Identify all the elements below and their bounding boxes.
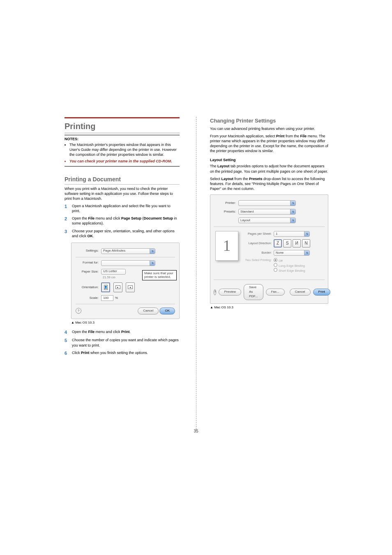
cancel-button[interactable]: Cancel <box>290 289 311 296</box>
z-icon: Z <box>277 240 279 246</box>
chevron-updown-icon: ⇅ <box>304 250 309 255</box>
orientation-landscape-left-button[interactable]: ▸ <box>113 282 122 292</box>
step-2: 2Open the File menu and click Page Setup… <box>65 216 180 226</box>
page-number: 35 <box>0 428 392 434</box>
heading-printing: Printing <box>65 117 180 133</box>
layout-dir-4[interactable]: N <box>302 239 310 247</box>
help-button[interactable]: ? <box>214 289 216 295</box>
settings-select[interactable]: Page Attributes⇅ <box>101 248 155 254</box>
help-button[interactable]: ? <box>76 308 81 314</box>
step-6: 6Click Print when you finish setting the… <box>65 350 180 356</box>
scale-input[interactable]: 100 <box>101 295 113 301</box>
section-select[interactable]: Layout⇅ <box>238 217 296 223</box>
callout-printer-selected: Make sure that your printer is selected. <box>142 270 177 280</box>
pps-label: Pages per Sheet: <box>242 232 274 236</box>
figure-caption: ▲ Mac OS 10.3 <box>210 305 328 310</box>
layout-dir-2[interactable]: S <box>283 239 291 247</box>
orientation-label: Orientation: <box>71 285 101 290</box>
notes-label: NOTES: <box>65 137 78 141</box>
layout-dir-3[interactable]: И <box>293 239 301 247</box>
n-flip-icon: N <box>304 240 307 246</box>
n-icon: И <box>295 240 298 246</box>
border-label: Border: <box>242 251 274 255</box>
heading-layout-setting: Layout Setting <box>210 157 328 162</box>
orientation-landscape-right-button[interactable]: ◂ <box>126 282 135 292</box>
person-portrait-icon: 👤 <box>104 285 108 290</box>
heading-changing-printer-settings: Changing Printer Settings <box>210 117 328 125</box>
preview-button[interactable]: Preview <box>219 289 241 296</box>
left-column: Printing NOTES: The Macintosh printer's … <box>65 117 180 555</box>
step-4: 4Open the File menu and click Print. <box>65 329 180 335</box>
printer-select[interactable]: ⇅ <box>238 200 296 206</box>
note-item: The Macintosh printer's properties windo… <box>69 142 180 157</box>
tsp-long-radio[interactable] <box>274 263 277 267</box>
right-column: Changing Printer Settings You can use ad… <box>210 117 328 555</box>
border-select[interactable]: None⇅ <box>274 250 310 256</box>
step-3: 3Choose your paper size, orientation, sc… <box>65 229 180 238</box>
step-5: 5Choose the number of copies you want an… <box>65 338 180 347</box>
chevron-updown-icon: ⇅ <box>304 231 309 236</box>
layout-dialog: Printer: ⇅ Presets: Standard⇅ Layout⇅ 1 … <box>210 194 328 304</box>
fax-button[interactable]: Fax... <box>266 289 285 296</box>
orientation-portrait-button[interactable]: 👤 <box>101 282 110 292</box>
paragraph: You can use advanced printing features w… <box>210 126 328 131</box>
presets-label: Presets: <box>214 210 238 214</box>
chevron-updown-icon: ⇅ <box>290 201 295 206</box>
tsp-label: Two Sided Printing: <box>242 258 274 262</box>
settings-label: Settings: <box>71 249 101 253</box>
heading-printing-document: Printing a Document <box>65 176 180 185</box>
page-setup-dialog: Settings: Page Attributes⇅ Format for: ⇅… <box>71 243 180 319</box>
presets-select[interactable]: Standard⇅ <box>238 209 296 215</box>
intro-paragraph: When you print with a Macintosh, you nee… <box>65 186 180 201</box>
scale-label: Scale: <box>71 296 101 301</box>
paragraph: From your Macintosh application, select … <box>210 134 328 154</box>
scale-percent-label: % <box>115 296 118 301</box>
paragraph: The Layout tab provides options to adjus… <box>210 164 328 173</box>
paper-size-label: Paper Size: <box>71 269 101 274</box>
steps-list-2: 4Open the File menu and click Print. 5Ch… <box>65 329 180 356</box>
note-item-cdrom: You can check your printer name in the s… <box>69 159 180 164</box>
format-for-label: Format for: <box>71 261 101 265</box>
tsp-off-radio[interactable] <box>274 258 277 262</box>
column-divider <box>196 117 196 429</box>
printer-label: Printer: <box>214 201 238 206</box>
s-icon: S <box>286 240 289 246</box>
tsp-short-radio[interactable] <box>274 268 277 272</box>
format-for-select[interactable]: ⇅ <box>101 260 155 266</box>
notes-block: NOTES: The Macintosh printer's propertie… <box>65 135 180 166</box>
person-landscape-icon: ▸ <box>115 285 120 289</box>
figure-caption: ▲ Mac OS 10.3 <box>71 321 180 325</box>
pps-select[interactable]: 1⇅ <box>274 231 310 237</box>
step-1: 1Open a Macintosh application and select… <box>65 204 180 213</box>
chevron-updown-icon: ⇅ <box>290 209 295 214</box>
cancel-button[interactable]: Cancel <box>138 308 159 314</box>
layout-dir-1[interactable]: Z <box>274 239 282 247</box>
steps-list: 1Open a Macintosh application and select… <box>65 204 180 238</box>
layout-preview: 1 <box>215 231 238 261</box>
chevron-updown-icon: ⇅ <box>150 249 155 254</box>
person-landscape-flip-icon: ◂ <box>128 285 133 289</box>
save-as-pdf-button[interactable]: Save As PDF... <box>244 284 263 300</box>
ok-button[interactable]: OK <box>159 308 175 314</box>
chevron-updown-icon: ⇅ <box>150 261 155 266</box>
dir-label: Layout Direction: <box>242 241 274 245</box>
paper-size-select[interactable]: US Letter <box>101 269 126 275</box>
paper-dim-text: 21.59 cm <box>103 275 126 280</box>
print-button[interactable]: Print <box>313 289 330 296</box>
chevron-updown-icon: ⇅ <box>290 218 295 223</box>
paragraph: Select Layout from the Presets drop-down… <box>210 176 328 191</box>
